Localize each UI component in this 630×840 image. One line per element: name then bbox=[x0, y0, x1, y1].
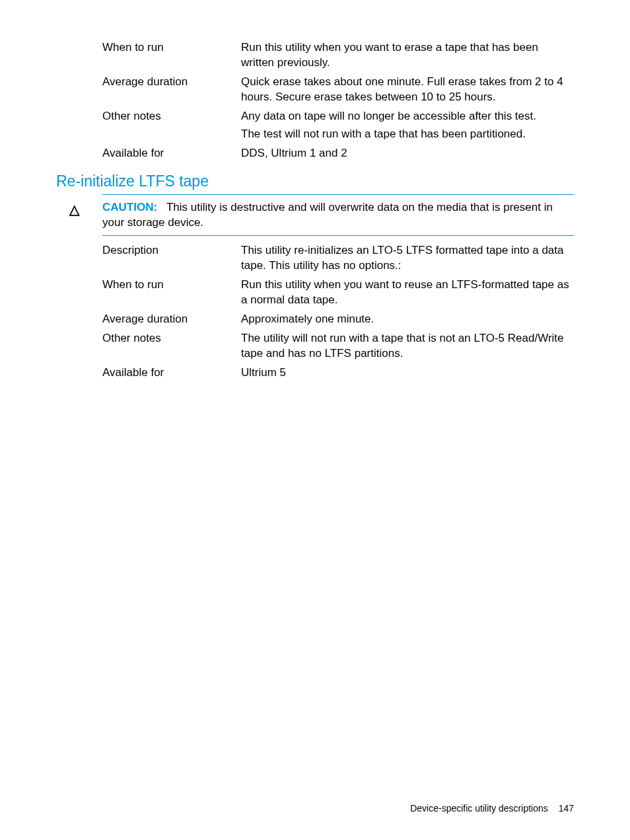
table-reinitialize: Description This utility re-initializes … bbox=[102, 241, 574, 383]
table-row: Average duration Quick erase takes about… bbox=[102, 73, 574, 107]
table-row: Available for DDS, Ultrium 1 and 2 bbox=[102, 144, 574, 163]
footer-text: Device-specific utility descriptions bbox=[410, 803, 548, 814]
caution-block: △ CAUTION: This utility is destructive a… bbox=[69, 200, 574, 231]
rule-bottom bbox=[102, 235, 574, 236]
table-row: When to run Run this utility when you wa… bbox=[102, 276, 574, 310]
definition-table: Description This utility re-initializes … bbox=[102, 241, 574, 383]
caution-icon: △ bbox=[69, 200, 102, 217]
table-erase: When to run Run this utility when you wa… bbox=[102, 38, 574, 163]
row-value: Run this utility when you want to reuse … bbox=[241, 276, 574, 310]
row-value: Quick erase takes about one minute. Full… bbox=[241, 73, 574, 107]
row-label: When to run bbox=[102, 276, 241, 310]
table-row: Other notes The utility will not run wit… bbox=[102, 329, 574, 363]
row-value: DDS, Ultrium 1 and 2 bbox=[241, 144, 574, 163]
table-row: Available for Ultrium 5 bbox=[102, 363, 574, 383]
row-value: Any data on tape will no longer be acces… bbox=[241, 107, 574, 144]
row-value: Approximately one minute. bbox=[241, 310, 574, 329]
row-value-line: Approximately one minute. bbox=[241, 312, 574, 327]
row-label: Other notes bbox=[102, 107, 241, 144]
caution-container: △ CAUTION: This utility is destructive a… bbox=[69, 194, 574, 237]
caution-label: CAUTION: bbox=[102, 201, 157, 213]
row-value: The utility will not run with a tape tha… bbox=[241, 329, 574, 363]
row-value-line: Quick erase takes about one minute. Full… bbox=[241, 75, 574, 105]
row-label: Available for bbox=[102, 363, 241, 383]
caution-text: This utility is destructive and will ove… bbox=[102, 201, 553, 229]
row-value: This utility re-initializes an LTO-5 LTF… bbox=[241, 241, 574, 276]
row-label: Average duration bbox=[102, 310, 241, 329]
page: When to run Run this utility when you wa… bbox=[0, 0, 630, 840]
page-footer: Device-specific utility descriptions 147 bbox=[410, 803, 574, 814]
row-value: Ultrium 5 bbox=[241, 363, 574, 383]
page-number: 147 bbox=[559, 803, 574, 814]
row-value-line: Run this utility when you want to reuse … bbox=[241, 278, 574, 308]
row-value-line: DDS, Ultrium 1 and 2 bbox=[241, 146, 574, 161]
row-label: When to run bbox=[102, 38, 241, 73]
row-label: Other notes bbox=[102, 329, 241, 363]
row-value: Run this utility when you want to erase … bbox=[241, 38, 574, 73]
row-value-line: Any data on tape will no longer be acces… bbox=[241, 109, 574, 124]
row-label: Available for bbox=[102, 144, 241, 163]
row-value-line: The utility will not run with a tape tha… bbox=[241, 331, 574, 362]
row-value-line: This utility re-initializes an LTO-5 LTF… bbox=[241, 243, 574, 274]
table-row: When to run Run this utility when you wa… bbox=[102, 38, 574, 73]
row-value-line: Ultrium 5 bbox=[241, 365, 574, 381]
row-label: Average duration bbox=[102, 73, 241, 107]
definition-table: When to run Run this utility when you wa… bbox=[102, 38, 574, 163]
row-value-line: The test will not run with a tape that h… bbox=[241, 127, 574, 142]
rule-top bbox=[102, 194, 574, 195]
row-value-line: Run this utility when you want to erase … bbox=[241, 40, 574, 71]
table-row: Description This utility re-initializes … bbox=[102, 241, 574, 276]
table-row: Average duration Approximately one minut… bbox=[102, 310, 574, 329]
section-heading-reinitialize-ltfs: Re-initialize LTFS tape bbox=[56, 172, 574, 190]
row-label: Description bbox=[102, 241, 241, 276]
table-row: Other notes Any data on tape will no lon… bbox=[102, 107, 574, 144]
caution-body: CAUTION: This utility is destructive and… bbox=[102, 200, 574, 231]
